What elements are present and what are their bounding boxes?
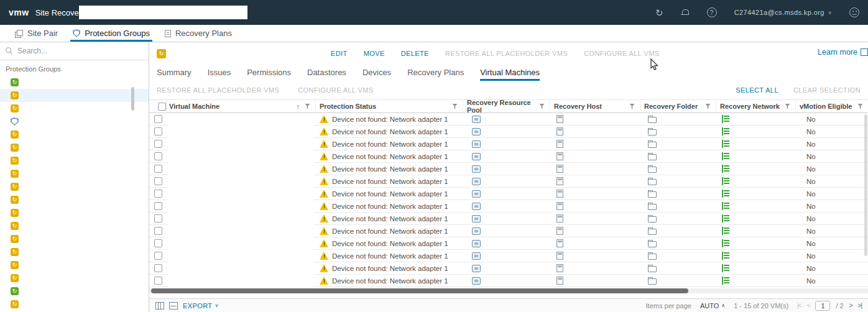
row-checkbox[interactable] [154, 177, 162, 185]
edit-button[interactable]: EDIT [331, 50, 348, 57]
filter-icon[interactable] [629, 104, 635, 109]
row-checkbox[interactable] [154, 140, 162, 148]
export-button[interactable]: EXPORT ∨ [183, 302, 219, 310]
column-header-protection-status[interactable]: Protection Status [316, 100, 463, 112]
detail-tab-recovery-plans[interactable]: Recovery Plans [407, 68, 464, 81]
refresh-icon[interactable]: ↻ [655, 8, 663, 17]
protection-status-cell: Device not found: Network adapter 1 [316, 237, 463, 249]
filter-icon[interactable] [452, 104, 458, 109]
column-header-recovery-host[interactable]: Recovery Host [550, 100, 640, 112]
protection-group-item[interactable]: ↻ [0, 115, 149, 128]
filter-icon[interactable] [705, 104, 711, 109]
column-header-recovery-resource-pool[interactable]: Recovery Resource Pool [463, 100, 550, 112]
column-header-vmotion-eligible[interactable]: vMotion Eligible [796, 100, 868, 112]
fit-columns-icon[interactable] [169, 302, 178, 310]
protection-group-item[interactable]: ↻ [0, 167, 149, 180]
vmotion-eligible-text: No [806, 277, 816, 285]
last-page-button[interactable]: >| [858, 302, 862, 309]
detail-tab-summary[interactable]: Summary [157, 68, 192, 81]
protection-group-item[interactable]: ↻ [0, 76, 149, 89]
row-checkbox[interactable] [154, 127, 162, 135]
protection-group-item[interactable]: ↻ [0, 141, 149, 154]
help-icon[interactable]: ? [707, 7, 717, 17]
row-checkbox[interactable] [154, 252, 162, 260]
user-menu[interactable]: C274421a@cs.msds.kp.org ∨ [734, 9, 832, 16]
row-checkbox-cell [149, 237, 167, 249]
row-checkbox[interactable] [154, 239, 162, 247]
protection-group-item[interactable]: ↻ [0, 128, 149, 141]
nav-tab-recovery-plans[interactable]: Recovery Plans [157, 25, 239, 42]
previous-page-button[interactable]: < [807, 302, 810, 309]
detail-tab-virtual-machines[interactable]: Virtual Machines [480, 68, 540, 81]
protection-group-item[interactable]: ↻ [0, 102, 149, 115]
column-header-virtual-machine[interactable]: Virtual Machine ↑ [167, 100, 316, 112]
detail-tab-permissions[interactable]: Permissions [247, 68, 291, 81]
filter-icon[interactable] [539, 104, 545, 109]
protection-group-item[interactable]: ↻ [0, 193, 149, 206]
detail-tab-datastores[interactable]: Datastores [307, 68, 346, 81]
row-checkbox[interactable] [154, 152, 162, 160]
row-checkbox[interactable] [154, 277, 162, 285]
clear-selection-button[interactable]: CLEAR SELECTION [793, 86, 861, 94]
nav-tab-site-pair[interactable]: Site Pair [7, 25, 65, 42]
column-header-recovery-folder[interactable]: Recovery Folder [640, 100, 716, 112]
row-checkbox[interactable] [154, 264, 162, 272]
nav-tab-protection-groups[interactable]: Protection Groups [65, 25, 157, 42]
filter-icon[interactable] [785, 104, 790, 109]
row-checkbox-cell [149, 200, 167, 212]
first-page-button[interactable]: |< [797, 302, 801, 309]
protection-group-item[interactable]: ↻ [0, 89, 149, 102]
network-icon [721, 264, 731, 272]
protection-status-cell: Device not found: Network adapter 1 [316, 200, 463, 212]
row-checkbox[interactable] [154, 190, 162, 198]
select-all-checkbox[interactable] [158, 103, 166, 111]
protection-group-item[interactable]: ↻ [0, 219, 149, 232]
configure-all-vms-button[interactable]: CONFIGURE ALL VMS [584, 50, 659, 57]
vertical-scrollbar[interactable] [864, 114, 867, 256]
search-input[interactable] [17, 47, 143, 55]
filter-icon[interactable] [857, 104, 863, 109]
sidebar-scrollbar[interactable] [131, 87, 134, 111]
spacer [149, 293, 868, 298]
configure-all-vms-toolbar-button[interactable]: CONFIGURE ALL VMS [298, 86, 373, 94]
row-checkbox[interactable] [154, 202, 162, 210]
move-button[interactable]: MOVE [364, 50, 385, 57]
feedback-icon[interactable] [849, 7, 859, 17]
next-page-button[interactable]: > [849, 302, 852, 309]
filter-icon[interactable] [305, 104, 310, 109]
protection-group-item[interactable]: ↻ [0, 285, 149, 298]
vm-toolbar: RESTORE ALL PLACEHOLDER VMS CONFIGURE AL… [149, 81, 868, 99]
protection-group-item[interactable]: ↻ [0, 180, 149, 193]
protection-group-item[interactable]: ↻ [0, 154, 149, 167]
restore-all-placeholder-vms-toolbar-button[interactable]: RESTORE ALL PLACEHOLDER VMS [157, 86, 279, 94]
protection-group-item[interactable]: ↻ [0, 298, 149, 311]
current-page-input[interactable]: 1 [815, 301, 830, 311]
protection-group-icon: ↻ [11, 287, 19, 295]
row-checkbox[interactable] [154, 227, 162, 235]
column-header-recovery-network[interactable]: Recovery Network [716, 100, 796, 112]
row-checkbox[interactable] [154, 165, 162, 173]
delete-button[interactable]: DELETE [401, 50, 429, 57]
restore-all-placeholder-vms-button[interactable]: RESTORE ALL PLACEHOLDER VMS [445, 50, 568, 57]
folder-icon [648, 229, 657, 235]
sort-ascending-icon[interactable]: ↑ [297, 103, 300, 110]
learn-more-link[interactable]: Learn more [818, 48, 868, 57]
row-checkbox[interactable] [154, 115, 162, 123]
select-all-button[interactable]: SELECT ALL [736, 86, 778, 94]
protection-group-item[interactable]: ↻ [0, 245, 149, 259]
items-per-page-select[interactable]: AUTO ∧ [700, 302, 725, 310]
recovery-resource-pool-cell [463, 113, 550, 125]
horizontal-scrollbar-thumb[interactable] [151, 288, 688, 293]
protection-group-item[interactable]: ↻ [0, 272, 149, 285]
protection-status-text: Device not found: Network adapter 1 [332, 190, 448, 198]
host-icon [556, 264, 563, 272]
protection-group-item[interactable]: ↻ [0, 232, 149, 245]
protection-group-item[interactable]: ↻ [0, 206, 149, 219]
protection-group-item[interactable]: ↻ [0, 259, 149, 272]
notifications-icon[interactable] [681, 9, 690, 17]
row-checkbox[interactable] [154, 214, 162, 223]
protection-group-icon: ↻ [11, 78, 19, 86]
detail-tab-issues[interactable]: Issues [208, 68, 231, 81]
detail-tab-devices[interactable]: Devices [362, 68, 391, 81]
column-settings-icon[interactable] [155, 302, 164, 310]
